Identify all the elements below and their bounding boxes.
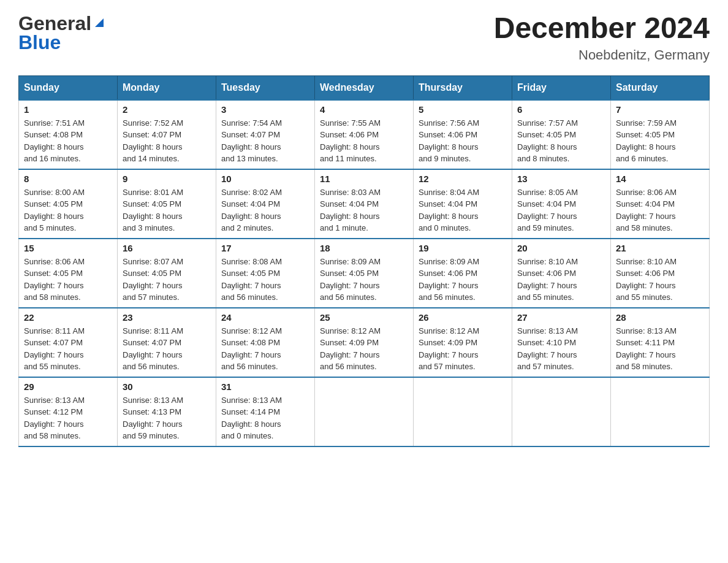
day-number: 3 [221,104,309,115]
day-number: 30 [123,381,211,392]
table-row [414,377,512,446]
day-info: Sunrise: 8:07 AMSunset: 4:05 PMDaylight:… [123,256,211,304]
col-thursday: Thursday [414,75,512,100]
day-number: 21 [616,243,704,253]
calendar-week-row: 1 Sunrise: 7:51 AMSunset: 4:08 PMDayligh… [19,100,710,169]
table-row: 22 Sunrise: 8:11 AMSunset: 4:07 PMDaylig… [19,308,118,377]
day-number: 13 [517,174,605,184]
day-info: Sunrise: 8:11 AMSunset: 4:07 PMDaylight:… [123,325,211,373]
day-number: 11 [320,174,408,184]
table-row: 4 Sunrise: 7:55 AMSunset: 4:06 PMDayligh… [315,100,414,169]
day-info: Sunrise: 7:51 AMSunset: 4:08 PMDaylight:… [24,117,112,165]
table-row: 19 Sunrise: 8:09 AMSunset: 4:06 PMDaylig… [414,239,512,308]
day-number: 29 [24,381,112,392]
table-row: 24 Sunrise: 8:12 AMSunset: 4:08 PMDaylig… [216,308,315,377]
table-row: 25 Sunrise: 8:12 AMSunset: 4:09 PMDaylig… [315,308,414,377]
calendar-week-row: 8 Sunrise: 8:00 AMSunset: 4:05 PMDayligh… [19,169,710,239]
day-number: 15 [24,243,112,253]
day-info: Sunrise: 8:06 AMSunset: 4:04 PMDaylight:… [616,186,704,234]
day-info: Sunrise: 7:52 AMSunset: 4:07 PMDaylight:… [123,117,211,165]
day-number: 9 [123,174,211,184]
day-number: 19 [419,243,507,253]
table-row [512,377,611,446]
day-info: Sunrise: 7:56 AMSunset: 4:06 PMDaylight:… [419,117,507,165]
col-saturday: Saturday [611,75,710,100]
table-row: 6 Sunrise: 7:57 AMSunset: 4:05 PMDayligh… [512,100,611,169]
table-row [315,377,414,446]
day-info: Sunrise: 8:06 AMSunset: 4:05 PMDaylight:… [24,256,112,304]
table-row: 9 Sunrise: 8:01 AMSunset: 4:05 PMDayligh… [118,169,216,239]
col-sunday: Sunday [19,75,118,100]
day-info: Sunrise: 8:00 AMSunset: 4:05 PMDaylight:… [24,186,112,234]
calendar-week-row: 15 Sunrise: 8:06 AMSunset: 4:05 PMDaylig… [19,239,710,308]
day-number: 4 [320,104,408,115]
table-row: 29 Sunrise: 8:13 AMSunset: 4:12 PMDaylig… [19,377,118,446]
table-row: 23 Sunrise: 8:11 AMSunset: 4:07 PMDaylig… [118,308,216,377]
day-info: Sunrise: 8:13 AMSunset: 4:10 PMDaylight:… [517,325,605,373]
day-info: Sunrise: 8:13 AMSunset: 4:14 PMDaylight:… [221,394,309,442]
table-row: 3 Sunrise: 7:54 AMSunset: 4:07 PMDayligh… [216,100,315,169]
day-number: 20 [517,243,605,253]
table-row: 10 Sunrise: 8:02 AMSunset: 4:04 PMDaylig… [216,169,315,239]
day-number: 17 [221,243,309,253]
day-info: Sunrise: 8:01 AMSunset: 4:05 PMDaylight:… [123,186,211,234]
table-row: 7 Sunrise: 7:59 AMSunset: 4:05 PMDayligh… [611,100,710,169]
day-info: Sunrise: 8:10 AMSunset: 4:06 PMDaylight:… [517,256,605,304]
table-row [611,377,710,446]
day-number: 25 [320,312,408,323]
table-row: 18 Sunrise: 8:09 AMSunset: 4:05 PMDaylig… [315,239,414,308]
day-info: Sunrise: 8:13 AMSunset: 4:11 PMDaylight:… [616,325,704,373]
day-number: 10 [221,174,309,184]
day-info: Sunrise: 8:12 AMSunset: 4:09 PMDaylight:… [320,325,408,373]
day-number: 26 [419,312,507,323]
day-info: Sunrise: 7:59 AMSunset: 4:05 PMDaylight:… [616,117,704,165]
calendar-header-row: Sunday Monday Tuesday Wednesday Thursday… [19,75,710,100]
table-row: 21 Sunrise: 8:10 AMSunset: 4:06 PMDaylig… [611,239,710,308]
table-row: 8 Sunrise: 8:00 AMSunset: 4:05 PMDayligh… [19,169,118,239]
day-number: 18 [320,243,408,253]
logo: General Blue [18,12,106,54]
page-header: General Blue December 2024 Noebdenitz, G… [18,12,710,63]
page-title: December 2024 [494,12,710,45]
day-info: Sunrise: 7:54 AMSunset: 4:07 PMDaylight:… [221,117,309,165]
day-number: 16 [123,243,211,253]
day-number: 5 [419,104,507,115]
table-row: 30 Sunrise: 8:13 AMSunset: 4:13 PMDaylig… [118,377,216,446]
day-info: Sunrise: 8:13 AMSunset: 4:13 PMDaylight:… [123,394,211,442]
day-info: Sunrise: 7:55 AMSunset: 4:06 PMDaylight:… [320,117,408,165]
calendar-table: Sunday Monday Tuesday Wednesday Thursday… [18,75,710,447]
table-row: 14 Sunrise: 8:06 AMSunset: 4:04 PMDaylig… [611,169,710,239]
day-info: Sunrise: 8:03 AMSunset: 4:04 PMDaylight:… [320,186,408,234]
day-info: Sunrise: 8:10 AMSunset: 4:06 PMDaylight:… [616,256,704,304]
logo-blue-text: Blue [18,31,61,54]
table-row: 26 Sunrise: 8:12 AMSunset: 4:09 PMDaylig… [414,308,512,377]
col-friday: Friday [512,75,611,100]
page-subtitle: Noebdenitz, Germany [494,47,710,63]
day-number: 14 [616,174,704,184]
day-info: Sunrise: 8:05 AMSunset: 4:04 PMDaylight:… [517,186,605,234]
day-number: 27 [517,312,605,323]
day-info: Sunrise: 8:12 AMSunset: 4:09 PMDaylight:… [419,325,507,373]
day-number: 22 [24,312,112,323]
day-info: Sunrise: 8:09 AMSunset: 4:06 PMDaylight:… [419,256,507,304]
table-row: 1 Sunrise: 7:51 AMSunset: 4:08 PMDayligh… [19,100,118,169]
title-block: December 2024 Noebdenitz, Germany [494,12,710,63]
table-row: 17 Sunrise: 8:08 AMSunset: 4:05 PMDaylig… [216,239,315,308]
col-monday: Monday [118,75,216,100]
day-number: 1 [24,104,112,115]
table-row: 20 Sunrise: 8:10 AMSunset: 4:06 PMDaylig… [512,239,611,308]
day-info: Sunrise: 8:12 AMSunset: 4:08 PMDaylight:… [221,325,309,373]
day-info: Sunrise: 8:13 AMSunset: 4:12 PMDaylight:… [24,394,112,442]
day-info: Sunrise: 8:11 AMSunset: 4:07 PMDaylight:… [24,325,112,373]
table-row: 11 Sunrise: 8:03 AMSunset: 4:04 PMDaylig… [315,169,414,239]
day-info: Sunrise: 8:08 AMSunset: 4:05 PMDaylight:… [221,256,309,304]
table-row: 15 Sunrise: 8:06 AMSunset: 4:05 PMDaylig… [19,239,118,308]
calendar-week-row: 29 Sunrise: 8:13 AMSunset: 4:12 PMDaylig… [19,377,710,446]
day-number: 7 [616,104,704,115]
day-number: 6 [517,104,605,115]
day-number: 12 [419,174,507,184]
day-number: 8 [24,174,112,184]
day-number: 24 [221,312,309,323]
svg-marker-0 [95,18,104,27]
table-row: 28 Sunrise: 8:13 AMSunset: 4:11 PMDaylig… [611,308,710,377]
